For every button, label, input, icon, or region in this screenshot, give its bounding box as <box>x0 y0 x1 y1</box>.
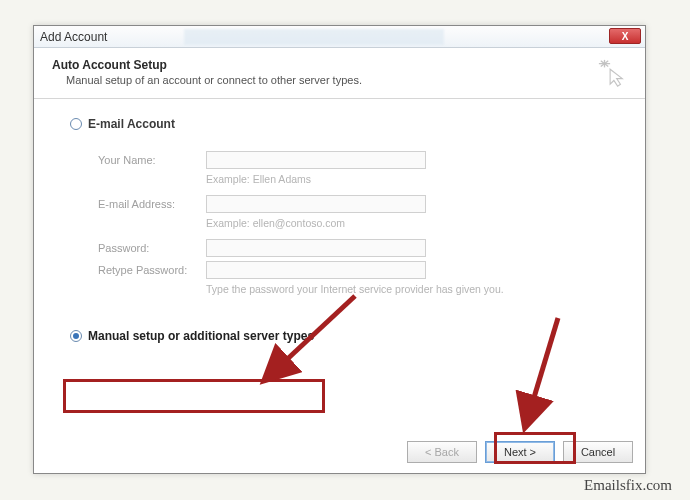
your-name-field <box>206 151 426 169</box>
retype-password-label: Retype Password: <box>98 264 206 276</box>
option-email-account-label: E-mail Account <box>88 117 175 131</box>
wizard-title: Auto Account Setup <box>52 58 627 72</box>
wizard-subtitle: Manual setup of an account or connect to… <box>66 74 627 86</box>
next-button[interactable]: Next > <box>485 441 555 463</box>
window-title: Add Account <box>40 30 107 44</box>
close-icon: X <box>622 31 629 42</box>
option-manual-setup-label: Manual setup or additional server types <box>88 329 314 343</box>
option-manual-setup[interactable]: Manual setup or additional server types <box>70 329 625 343</box>
cancel-button[interactable]: Cancel <box>563 441 633 463</box>
wizard-content: E-mail Account Your Name: Example: Ellen… <box>34 99 645 439</box>
password-field <box>206 239 426 257</box>
your-name-label: Your Name: <box>98 154 206 166</box>
wizard-header: Auto Account Setup Manual setup of an ac… <box>34 48 645 99</box>
retype-password-field <box>206 261 426 279</box>
radio-icon <box>70 118 82 130</box>
email-label: E-mail Address: <box>98 198 206 210</box>
your-name-hint: Example: Ellen Adams <box>206 173 625 185</box>
add-account-dialog: Add Account X Auto Account Setup Manual … <box>33 25 646 474</box>
email-account-form: Your Name: Example: Ellen Adams E-mail A… <box>98 151 625 295</box>
radio-icon <box>70 330 82 342</box>
watermark-text: Emailsfix.com <box>584 477 672 494</box>
close-button[interactable]: X <box>609 28 641 44</box>
background-blur <box>184 29 444 45</box>
titlebar: Add Account X <box>34 26 645 48</box>
cursor-sparkle-icon <box>597 58 627 88</box>
email-hint: Example: ellen@contoso.com <box>206 217 625 229</box>
wizard-buttons: < Back Next > Cancel <box>407 441 633 463</box>
password-label: Password: <box>98 242 206 254</box>
back-button: < Back <box>407 441 477 463</box>
email-field <box>206 195 426 213</box>
option-email-account[interactable]: E-mail Account <box>70 117 625 131</box>
password-hint: Type the password your Internet service … <box>206 283 625 295</box>
